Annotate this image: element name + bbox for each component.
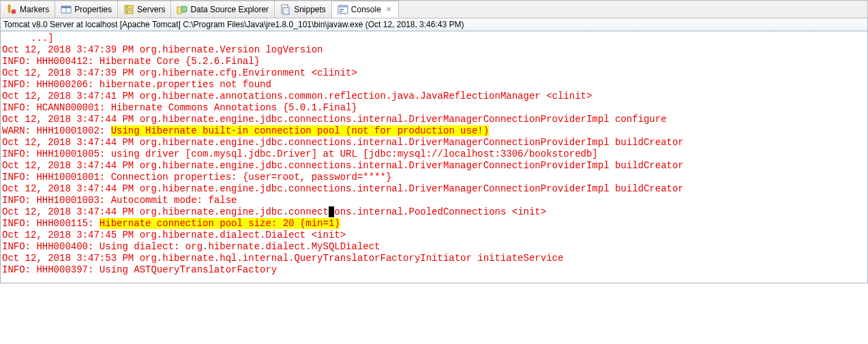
close-icon[interactable]: ✕: [385, 6, 393, 14]
tab-console[interactable]: Console ✕: [332, 1, 399, 18]
svg-rect-12: [283, 7, 289, 14]
svg-rect-5: [125, 5, 133, 9]
tab-label: Properties: [74, 5, 112, 14]
console-line: INFO: HHH000400: Using dialect: org.hibe…: [2, 241, 866, 253]
svg-point-1: [12, 10, 16, 14]
console-icon: [338, 4, 348, 15]
tab-label: Snippets: [294, 5, 326, 14]
console-header: Tomcat v8.0 Server at localhost [Apache …: [0, 18, 868, 31]
view-tab-bar: Markers Properties Servers Data Source E…: [0, 0, 868, 18]
console-line: Oct 12, 2018 3:47:44 PM org.hibernate.en…: [2, 183, 866, 195]
console-line: INFO: HHH10001003: Autocommit mode: fals…: [2, 195, 866, 206]
console-line: ...]: [2, 33, 866, 44]
snippet-icon: [280, 4, 291, 15]
console-line: Oct 12, 2018 3:47:44 PM org.hibernate.en…: [2, 137, 866, 148]
console-line: Oct 12, 2018 3:47:44 PM org.hibernate.en…: [2, 160, 866, 172]
console-line: Oct 12, 2018 3:47:44 PM org.hibernate.en…: [2, 206, 866, 218]
console-line: WARN: HHH10001002: Using Hibernate built…: [2, 125, 866, 137]
console-line: INFO: HHH10001005: using driver [com.mys…: [2, 148, 866, 160]
svg-point-7: [126, 7, 128, 8]
svg-rect-6: [125, 10, 133, 14]
tab-properties[interactable]: Properties: [55, 1, 118, 18]
console-line: Oct 12, 2018 3:47:39 PM org.hibernate.cf…: [2, 67, 866, 79]
console-line: INFO: HHH000115: Hibernate connection po…: [2, 218, 866, 230]
tab-label: Data Source Explorer: [190, 5, 269, 14]
console-line: INFO: HCANN000001: Hibernate Commons Ann…: [2, 102, 866, 114]
datasource-icon: [177, 4, 188, 15]
console-line: Oct 12, 2018 3:47:41 PM org.hibernate.an…: [2, 91, 866, 102]
console-line: Oct 12, 2018 3:47:39 PM org.hibernate.Ve…: [2, 44, 866, 56]
tab-snippets[interactable]: Snippets: [275, 1, 332, 18]
console-line: Oct 12, 2018 3:47:53 PM org.hibernate.hq…: [2, 253, 866, 264]
console-line: Oct 12, 2018 3:47:44 PM org.hibernate.en…: [2, 114, 866, 125]
console-header-text: Tomcat v8.0 Server at localhost [Apache …: [3, 20, 464, 29]
console-line: INFO: HHH10001001: Connection properties…: [2, 172, 866, 183]
svg-rect-15: [340, 9, 344, 10]
tab-data-source-explorer[interactable]: Data Source Explorer: [171, 1, 275, 18]
console-line: INFO: HHH000397: Using ASTQueryTranslato…: [2, 264, 866, 276]
console-line: Oct 12, 2018 3:47:45 PM org.hibernate.di…: [2, 230, 866, 241]
console-line: INFO: HHH000206: hibernate.properties no…: [2, 79, 866, 91]
svg-rect-0: [8, 5, 10, 12]
console-line: INFO: HHH000412: Hibernate Core {5.2.6.F…: [2, 56, 866, 67]
tab-markers[interactable]: Markers: [1, 1, 55, 18]
svg-rect-14: [338, 5, 348, 7]
properties-icon: [61, 4, 72, 15]
bookmark-icon: [6, 4, 17, 15]
svg-point-8: [126, 12, 128, 13]
servers-icon: [123, 4, 134, 15]
tab-label: Console: [351, 5, 381, 14]
svg-rect-16: [340, 11, 342, 12]
console-output[interactable]: ...]Oct 12, 2018 3:47:39 PM org.hibernat…: [0, 31, 868, 283]
tab-label: Servers: [137, 5, 165, 14]
tab-label: Markers: [20, 5, 49, 14]
tab-servers[interactable]: Servers: [118, 1, 171, 18]
